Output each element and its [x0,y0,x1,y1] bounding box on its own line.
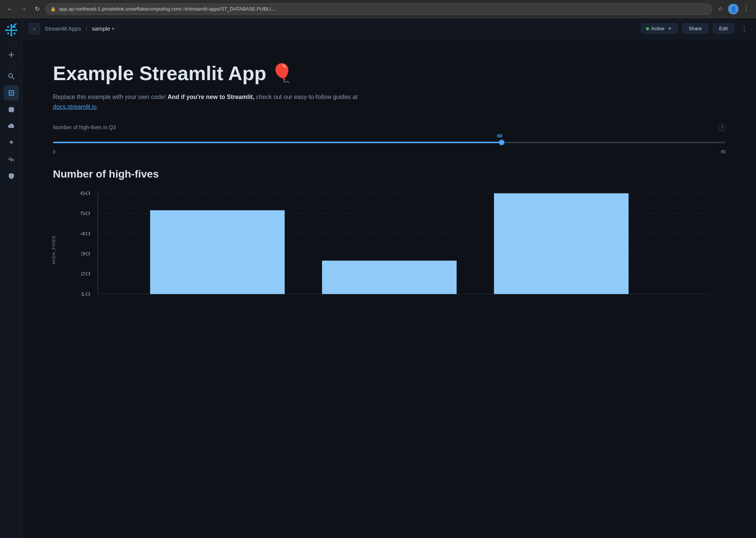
docs-link[interactable]: docs.streamlit.io [53,104,97,110]
svg-point-7 [15,29,17,31]
sidebar-item-security[interactable] [4,169,19,184]
svg-point-4 [10,25,12,26]
status-dropdown-button[interactable]: ▼ [667,26,673,31]
chart-section: Number of high-fives HIGH_FIVES 60 [53,168,726,310]
balloon-emoji: 🎈 [271,63,293,84]
svg-rect-2 [5,36,9,37]
description-normal: Replace this example with your own code! [53,94,167,100]
browser-menu-button[interactable]: ⋮ [741,4,751,14]
sidebar-item-streamlit[interactable] [4,85,19,100]
slider-label-row: Number of high-fives in Q3 ? [53,124,726,131]
share-button[interactable]: Share [682,23,708,34]
main-area: ‹ Streamlit Apps / sample ▾ Active ▼ Sha… [23,18,756,538]
slider-min: 0 [53,149,56,155]
sidebar-item-activity[interactable] [4,152,19,167]
header-app-name: sample ▾ [92,25,114,32]
slider-thumb[interactable] [499,140,504,145]
chart-svg: 60 50 40 30 20 10 [53,189,726,310]
description-end: check out our easy-to-follow guides at [254,94,358,100]
chart-title: Number of high-fives [53,168,726,180]
chart-y-axis-label: HIGH_FIVES [51,235,56,264]
sidebar-item-database[interactable] [4,102,19,117]
svg-text:60: 60 [81,191,90,196]
header-more-button[interactable]: ⋮ [739,23,750,34]
browser-chrome: ← → ↻ 🔒 app.ap-northeast-1.privatelink.s… [0,0,756,18]
svg-text:30: 30 [81,251,90,257]
sidebar-divider-1 [5,65,17,66]
snowflake-logo [4,23,19,38]
app-title: Example Streamlit App 🎈 [53,62,726,85]
svg-point-5 [10,34,12,36]
svg-point-9 [14,32,15,34]
slider-value-label: 60 [497,133,502,139]
bar-q2 [322,261,457,294]
svg-text:20: 20 [81,271,90,277]
status-indicator [646,27,649,30]
content-area: Example Streamlit App 🎈 Replace this exa… [23,39,756,538]
user-avatar[interactable]: 👤 [728,4,739,14]
sidebar-item-cloud[interactable] [4,119,19,134]
slider-max: 90 [721,149,726,155]
slider-track[interactable] [53,142,726,143]
slider-section: Number of high-fives in Q3 ? 60 0 90 [53,124,726,155]
address-bar[interactable]: 🔒 app.ap-northeast-1.privatelink.snowfla… [45,3,712,15]
status-label: Active [651,26,665,31]
reload-button[interactable]: ↻ [32,4,42,14]
edit-button[interactable]: Edit [713,23,734,34]
svg-point-6 [5,29,7,31]
bookmark-button[interactable]: ☆ [715,4,726,14]
slider-fill [53,142,502,143]
app-container: ‹ Streamlit Apps / sample ▾ Active ▼ Sha… [0,18,756,538]
svg-point-8 [7,26,9,28]
sidebar-item-search[interactable] [4,69,19,84]
url-text: app.ap-northeast-1.privatelink.snowflake… [59,6,707,12]
svg-point-10 [14,26,15,28]
header-separator: / [86,25,87,32]
svg-text:50: 50 [81,211,90,216]
slider-help-icon[interactable]: ? [718,124,726,131]
slider-label: Number of high-fives in Q3 [53,124,116,130]
forward-button[interactable]: → [18,4,29,14]
bar-q1 [150,210,285,294]
sidebar-item-ai[interactable] [4,135,19,150]
icon-sidebar [0,18,23,538]
svg-point-11 [7,32,9,34]
description-period: . [97,104,98,110]
app-title-text: Example Streamlit App [53,62,266,85]
app-name-dropdown-icon[interactable]: ▾ [112,26,114,31]
svg-text:40: 40 [81,231,90,236]
header-back-button[interactable]: ‹ [29,23,40,34]
chart-container: HIGH_FIVES 60 50 40 30 [53,189,726,310]
header-bar: ‹ Streamlit Apps / sample ▾ Active ▼ Sha… [23,18,756,39]
bar-q3 [494,193,629,294]
app-name-text: sample [92,25,110,32]
svg-text:10: 10 [81,291,90,297]
sidebar-divider-top [5,44,17,44]
back-button[interactable]: ← [5,4,15,14]
description-text: Replace this example with your own code!… [53,92,393,111]
description-bold: And if you're new to Streamlit, [167,94,254,100]
slider-container: 60 [53,134,726,148]
browser-actions: ☆ 👤 ⋮ [715,4,751,14]
slider-range-row: 0 90 [53,149,726,155]
header-nav-label: Streamlit Apps [45,25,81,32]
security-icon: 🔒 [50,6,56,12]
sidebar-item-add[interactable] [4,47,19,62]
status-badge: Active ▼ [641,23,678,34]
